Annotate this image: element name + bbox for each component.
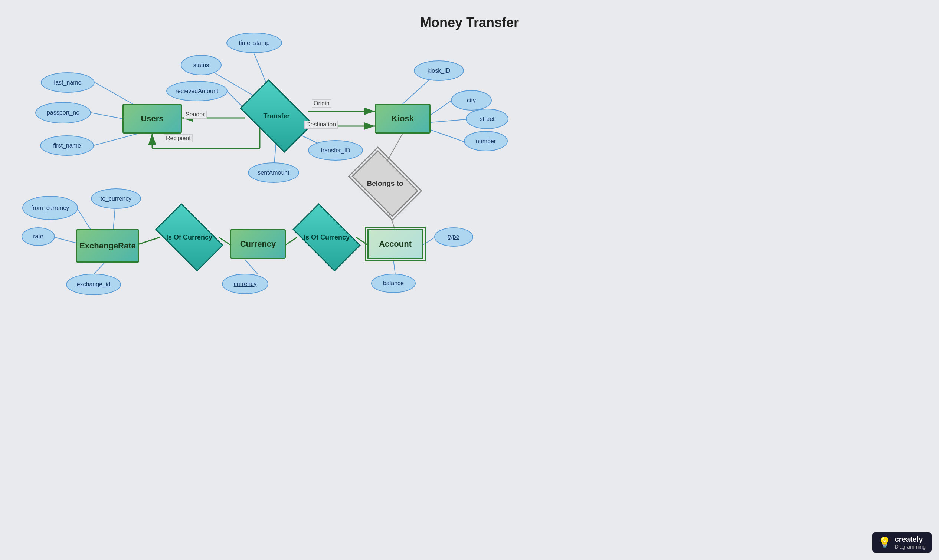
svg-line-26 — [245, 260, 258, 274]
svg-line-24 — [139, 237, 160, 244]
svg-line-27 — [286, 237, 297, 245]
attribute-exchange-id: exchange_id — [66, 274, 121, 295]
entity-currency: Currency — [230, 229, 286, 259]
relationship-transfer: Transfer — [245, 96, 308, 137]
relationship-belongs-to: Belongs to — [356, 165, 414, 202]
attribute-first-name: first_name — [40, 135, 94, 156]
attribute-time-stamp: time_stamp — [227, 32, 282, 53]
attribute-kiosk-id: kiosk_ID — [414, 60, 464, 81]
relationship-is-of-currency-left: Is Of Currency — [160, 219, 219, 256]
attribute-balance: balance — [371, 274, 416, 293]
creately-badge: 💡 creately Diagramming — [872, 532, 931, 552]
svg-line-15 — [430, 101, 451, 115]
svg-line-29 — [423, 238, 434, 245]
attribute-number: number — [464, 131, 508, 151]
attribute-type: type — [434, 227, 473, 247]
attribute-street: street — [466, 109, 509, 129]
svg-line-16 — [430, 119, 466, 122]
entity-users: Users — [122, 104, 182, 134]
entity-account: Account — [367, 229, 423, 259]
creately-text: creately Diagramming — [895, 535, 926, 549]
line-label-recipient: Recipient — [164, 134, 193, 142]
svg-line-1 — [91, 113, 122, 118]
attribute-rate: rate — [22, 227, 55, 246]
bulb-icon: 💡 — [878, 536, 891, 549]
relationship-is-of-currency-right: Is Of Currency — [297, 219, 356, 256]
svg-line-30 — [393, 260, 395, 274]
attribute-sent-amount: sentAmount — [248, 162, 299, 183]
attribute-received-amount: recievedAmount — [166, 81, 228, 101]
attribute-last-name: last_name — [41, 72, 95, 93]
svg-line-23 — [94, 263, 104, 274]
attribute-city: city — [451, 90, 492, 111]
attribute-passport-no: passport_no — [35, 102, 91, 123]
diagram-title: Money Transfer — [0, 0, 939, 31]
entity-kiosk: Kiosk — [375, 104, 430, 134]
svg-line-17 — [430, 130, 464, 142]
svg-line-22 — [55, 237, 76, 243]
line-label-destination: Destination — [304, 120, 338, 129]
line-label-sender: Sender — [184, 111, 207, 118]
svg-line-20 — [77, 208, 91, 230]
attribute-status: status — [181, 55, 222, 75]
attribute-to-currency: to_currency — [91, 188, 141, 209]
attribute-transfer-id: transfer_ID — [308, 140, 363, 161]
entity-exchange-rate: ExchangeRate — [76, 229, 139, 263]
line-label-origin: Origin — [312, 99, 332, 108]
attribute-from-currency: from_currency — [22, 196, 78, 220]
attribute-currency: currency — [222, 274, 268, 294]
